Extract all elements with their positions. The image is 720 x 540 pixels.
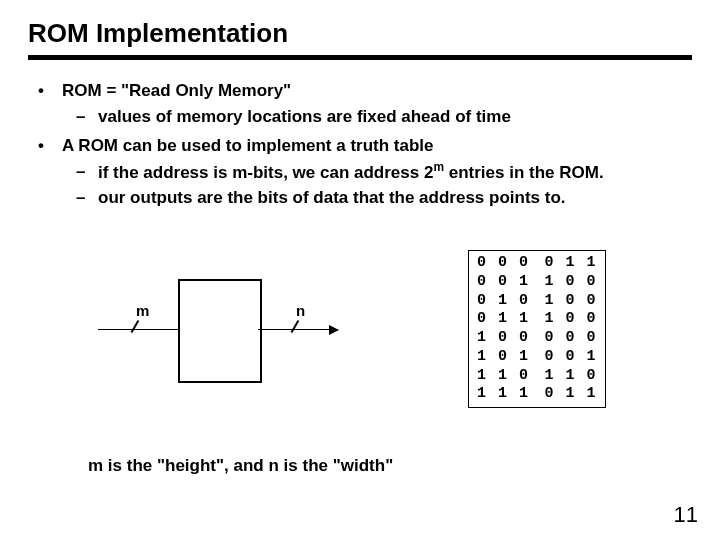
bullet-2: A ROM can be used to implement a truth t…: [38, 133, 692, 210]
bullet-2a: if the address is m-bits, we can address…: [76, 159, 692, 185]
bullet-1a: values of memory locations are fixed ahe…: [76, 104, 692, 130]
figure-caption: m is the "height", and n is the "width": [88, 456, 692, 476]
bullet-1-text: ROM = "Read Only Memory": [62, 81, 291, 100]
bullet-2b: our outputs are the bits of data that th…: [76, 185, 692, 211]
rom-block-diagram: m n: [88, 274, 348, 384]
bullet-2-text: A ROM can be used to implement a truth t…: [62, 136, 434, 155]
bullet-2-sub: if the address is m-bits, we can address…: [62, 159, 692, 211]
bus-slash-in: [131, 320, 152, 340]
page-title: ROM Implementation: [28, 18, 692, 49]
bullet-list: ROM = "Read Only Memory" values of memor…: [28, 78, 692, 210]
bullet-2a-pre: if the address is m-bits, we can address…: [98, 162, 433, 181]
label-n: n: [296, 302, 305, 319]
arrow-right-icon: [329, 325, 339, 335]
bullet-2a-post: entries in the ROM.: [444, 162, 604, 181]
truth-table: 0 0 0 0 1 1 0 0 1 1 0 0 0 1 0 1 0 0 0 1 …: [468, 250, 606, 408]
rom-box: [178, 279, 262, 383]
bus-slash-out: [291, 320, 312, 340]
bullet-1-sub: values of memory locations are fixed ahe…: [62, 104, 692, 130]
page-number: 11: [674, 502, 698, 528]
label-m: m: [136, 302, 149, 319]
title-rule: [28, 55, 692, 60]
bullet-2a-sup: m: [433, 160, 444, 174]
bullet-1: ROM = "Read Only Memory" values of memor…: [38, 78, 692, 129]
slide: ROM Implementation ROM = "Read Only Memo…: [0, 0, 720, 540]
figure-row: m n 0 0 0 0 1 1 0 0 1 1 0 0 0 1 0 1 0 0 …: [28, 250, 692, 408]
